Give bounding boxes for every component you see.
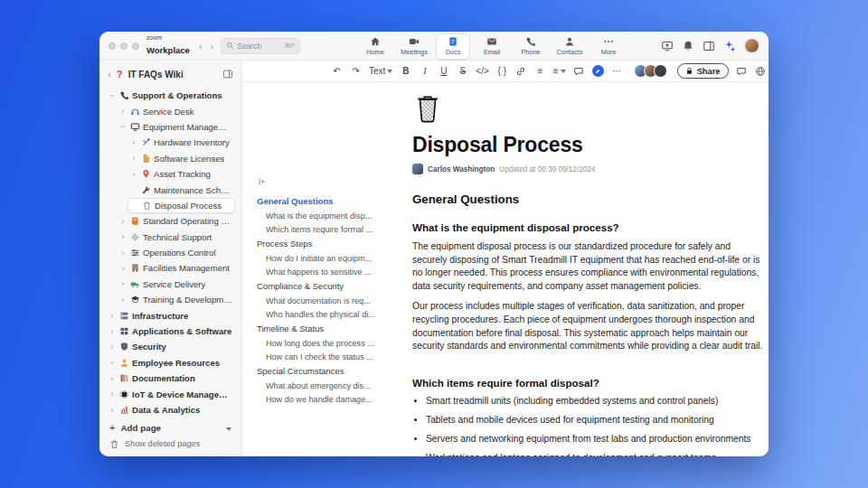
sidebar-item-service-desk[interactable]: ›Service Desk bbox=[117, 103, 235, 118]
chevron-icon[interactable]: › bbox=[130, 170, 137, 179]
outline-section-compliance-security[interactable]: Compliance & Security bbox=[257, 278, 392, 294]
outline-item[interactable]: How do we handle damage... bbox=[257, 392, 392, 406]
tab-more[interactable]: More bbox=[591, 33, 626, 60]
panel-icon[interactable] bbox=[703, 40, 715, 52]
chevron-icon[interactable]: › bbox=[119, 279, 127, 288]
sidebar-back-button[interactable]: ‹ bbox=[108, 69, 111, 80]
chevron-icon[interactable]: › bbox=[108, 358, 116, 367]
sidebar-item-disposal-process[interactable]: ›Disposal Process bbox=[127, 198, 235, 213]
add-page-button[interactable]: + Add page bbox=[106, 419, 235, 436]
code-block-button[interactable]: { } bbox=[496, 64, 508, 79]
show-deleted-pages-button[interactable]: Show deleted pages bbox=[106, 436, 235, 452]
align-button[interactable]: ≡ bbox=[553, 64, 566, 79]
outline-item[interactable]: Who handles the physical di... bbox=[257, 307, 392, 321]
comment-button[interactable] bbox=[573, 64, 585, 79]
outline-section-special-circumstances[interactable]: Special Circumstances bbox=[257, 363, 392, 379]
chevron-icon[interactable]: › bbox=[119, 296, 127, 305]
collapse-outline-icon[interactable] bbox=[257, 176, 392, 187]
doc-scroll[interactable]: General QuestionsWhat is the equipment d… bbox=[242, 82, 769, 456]
outline-section-general-questions[interactable]: General Questions bbox=[257, 193, 392, 209]
sidebar-item-equipment-management[interactable]: ›Equipment Management bbox=[117, 119, 235, 135]
sidebar-item-employee-resources[interactable]: ›Employee Resources bbox=[106, 355, 235, 371]
undo-button[interactable]: ↶ bbox=[331, 64, 343, 79]
tab-meetings[interactable]: Meetings bbox=[397, 33, 431, 60]
search-input[interactable]: Search ⌘F bbox=[221, 38, 300, 54]
minimize-window-button[interactable] bbox=[120, 42, 127, 50]
outline-item[interactable]: What is the equipment disp... bbox=[257, 209, 392, 222]
ai-companion-button[interactable] bbox=[592, 64, 604, 79]
sidebar-item-data-analytics[interactable]: ›Data & Analytics bbox=[106, 402, 235, 418]
bold-button[interactable]: B bbox=[400, 64, 411, 79]
collapse-sidebar-icon[interactable] bbox=[222, 69, 233, 80]
sidebar-item-iot-device-management[interactable]: ›IoT & Device Management bbox=[106, 386, 235, 401]
inline-code-button[interactable]: </> bbox=[476, 64, 488, 79]
chevron-icon[interactable]: › bbox=[108, 311, 116, 320]
outline-section-timeline-status[interactable]: Timeline & Status bbox=[257, 321, 392, 336]
outline-item[interactable]: What documentation is req... bbox=[257, 294, 392, 307]
chevron-icon[interactable]: › bbox=[130, 138, 137, 147]
chevron-icon[interactable]: › bbox=[108, 92, 117, 99]
bell-icon[interactable] bbox=[682, 40, 694, 52]
sparkle-plus-icon[interactable] bbox=[723, 40, 736, 52]
link-button[interactable] bbox=[515, 64, 527, 79]
maximize-window-button[interactable] bbox=[132, 42, 139, 50]
tab-phone[interactable]: Phone bbox=[514, 33, 548, 60]
collaborator-avatar[interactable] bbox=[654, 64, 667, 78]
sidebar-item-applications-software[interactable]: ›Applications & Software bbox=[106, 324, 235, 339]
publish-to-web-button[interactable] bbox=[755, 64, 767, 79]
outline-item[interactable]: What happens to sensitive ... bbox=[257, 265, 392, 278]
italic-button[interactable]: I bbox=[419, 64, 430, 79]
bullet-list-button[interactable]: ≡ bbox=[534, 64, 546, 79]
chevron-icon[interactable]: › bbox=[108, 327, 116, 336]
outline-item[interactable]: Which items require formal ... bbox=[257, 222, 392, 236]
outline-section-process-steps[interactable]: Process Steps bbox=[257, 236, 392, 251]
strikethrough-button[interactable]: S bbox=[457, 64, 468, 79]
sidebar-item-hardware-inventory[interactable]: ›Hardware Inventory bbox=[127, 135, 235, 150]
sidebar-item-documentation[interactable]: ›Documentation bbox=[106, 371, 235, 386]
collapse-tree-button[interactable] bbox=[226, 423, 231, 433]
nav-forward-button[interactable]: › bbox=[211, 41, 214, 52]
sidebar-item-software-licenses[interactable]: ›Software Licenses bbox=[127, 151, 235, 166]
chevron-icon[interactable]: › bbox=[108, 343, 116, 352]
chevron-icon[interactable]: › bbox=[119, 249, 127, 258]
comments-button[interactable] bbox=[736, 64, 748, 79]
redo-button[interactable]: ↷ bbox=[350, 64, 362, 79]
tab-email[interactable]: Email bbox=[475, 33, 509, 60]
outline-item[interactable]: How long does the process ... bbox=[257, 336, 392, 350]
screenshare-icon[interactable] bbox=[661, 40, 674, 52]
underline-button[interactable]: U bbox=[438, 64, 449, 79]
collaborator-avatars[interactable] bbox=[637, 64, 667, 78]
sidebar-item-asset-tracking[interactable]: ›Asset Tracking bbox=[127, 166, 235, 182]
sidebar-item-support-operations[interactable]: ›Support & Operations bbox=[106, 88, 235, 103]
sidebar-item-service-delivery[interactable]: ›Service Delivery bbox=[117, 277, 235, 292]
chevron-icon[interactable]: › bbox=[119, 264, 127, 273]
chevron-icon[interactable]: › bbox=[108, 406, 116, 415]
nav-back-button[interactable]: ‹ bbox=[199, 41, 203, 52]
sidebar-item-infrastructure[interactable]: ›Infrastructure bbox=[106, 307, 235, 323]
doc-title[interactable]: Disposal Process bbox=[412, 133, 767, 157]
chevron-icon[interactable]: › bbox=[119, 232, 127, 241]
outline-item[interactable]: What about emergency dis... bbox=[257, 379, 392, 392]
chevron-icon[interactable]: › bbox=[108, 374, 116, 383]
tab-home[interactable]: Home bbox=[358, 33, 392, 60]
sidebar-item-standard-operating-procedures[interactable]: ›Standard Operating Procedures bbox=[117, 213, 235, 229]
outline-item[interactable]: How can I check the status ... bbox=[257, 350, 392, 363]
chevron-icon[interactable]: › bbox=[108, 389, 116, 399]
sidebar-item-facilities-management[interactable]: ›Facilities Management bbox=[117, 260, 235, 276]
document-trash-icon[interactable] bbox=[412, 94, 767, 125]
chevron-icon[interactable]: › bbox=[119, 107, 127, 116]
outline-item[interactable]: How do I initiate an equipm... bbox=[257, 251, 392, 265]
chevron-icon[interactable]: › bbox=[118, 123, 127, 130]
chevron-icon[interactable]: › bbox=[130, 154, 137, 163]
sidebar-item-operations-control[interactable]: ›Operations Control bbox=[117, 245, 235, 260]
text-style-select[interactable]: Text bbox=[369, 64, 392, 79]
tab-docs[interactable]: Docs bbox=[436, 33, 470, 60]
sidebar-item-security[interactable]: ›Security bbox=[106, 339, 235, 354]
close-window-button[interactable] bbox=[108, 42, 116, 50]
sidebar-item-training-development[interactable]: ›Training & Development bbox=[117, 292, 235, 307]
window-controls[interactable] bbox=[108, 42, 139, 50]
user-avatar[interactable] bbox=[744, 38, 760, 53]
more-formatting-button[interactable]: ⋯ bbox=[611, 64, 623, 79]
sidebar-item-technical-support[interactable]: ›Technical Support bbox=[117, 230, 235, 245]
chevron-icon[interactable]: › bbox=[119, 217, 127, 226]
